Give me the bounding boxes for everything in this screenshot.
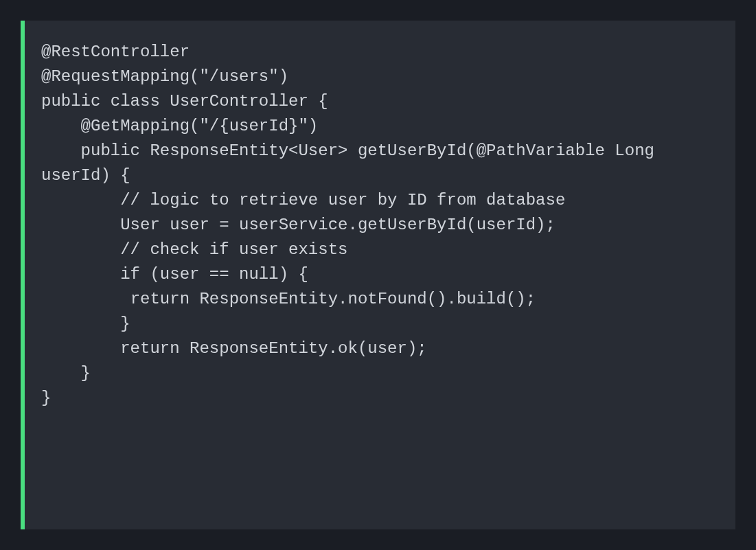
code-line: @RestController <box>41 40 719 65</box>
code-line: public ResponseEntity<User> getUserById(… <box>41 139 719 188</box>
code-line: } <box>41 312 719 336</box>
code-line: @GetMapping("/{userId}") <box>41 114 719 139</box>
code-line: public class UserController { <box>41 89 719 114</box>
code-line: return ResponseEntity.ok(user); <box>41 336 719 361</box>
code-line: } <box>41 361 719 386</box>
code-line: // logic to retrieve user by ID from dat… <box>41 188 719 213</box>
code-line: // check if user exists <box>41 238 719 262</box>
code-block: @RestController @RequestMapping("/users"… <box>21 21 735 529</box>
code-line: return ResponseEntity.notFound().build()… <box>41 287 719 312</box>
code-line: User user = userService.getUserById(user… <box>41 213 719 238</box>
code-line: @RequestMapping("/users") <box>41 65 719 89</box>
code-line: if (user == null) { <box>41 262 719 287</box>
code-line: } <box>41 386 719 411</box>
